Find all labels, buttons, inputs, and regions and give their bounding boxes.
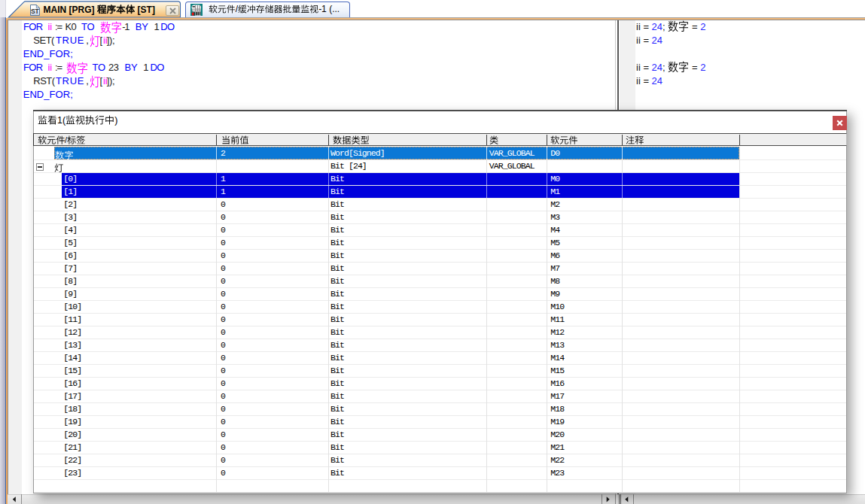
svg-text:ST: ST (31, 8, 39, 15)
